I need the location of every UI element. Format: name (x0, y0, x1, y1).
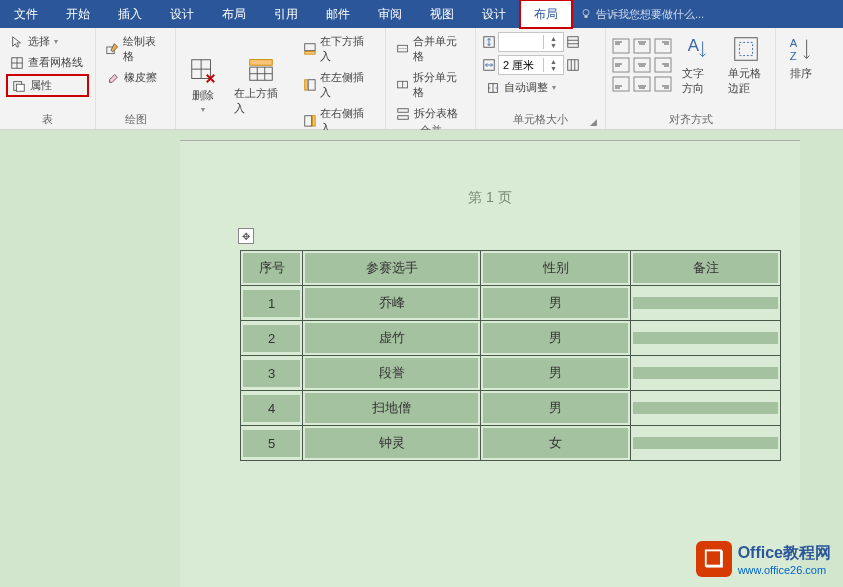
svg-rect-62 (655, 77, 671, 91)
table-move-handle-icon[interactable]: ✥ (238, 228, 254, 244)
align-top-left-icon[interactable] (612, 38, 630, 54)
merge-cells-button[interactable]: 合并单元格 (392, 32, 469, 66)
insert-above-button[interactable]: 在上方插入 (228, 32, 295, 138)
cell-margins-icon (731, 34, 761, 64)
document-table[interactable]: 序号 参赛选手 性别 备注 1乔峰男 2虚竹男 3段誉男 4扫地僧男 5钟灵女 (240, 250, 781, 461)
svg-rect-29 (568, 37, 579, 48)
distribute-cols-icon[interactable] (566, 58, 580, 72)
group-draw: 绘制表格 橡皮擦 绘图 (96, 28, 176, 129)
svg-rect-15 (250, 60, 273, 66)
insert-left-button[interactable]: 在左侧插入 (299, 68, 379, 102)
menu-design[interactable]: 设计 (156, 0, 208, 28)
svg-rect-47 (613, 58, 629, 72)
page-number-label: 第 1 页 (180, 141, 800, 237)
delete-table-icon (188, 56, 218, 86)
svg-text:A: A (790, 37, 798, 49)
menu-references[interactable]: 引用 (260, 0, 312, 28)
properties-button[interactable]: 属性 (6, 74, 89, 97)
align-bot-center-icon[interactable] (633, 76, 651, 92)
autofit-icon (486, 81, 500, 95)
svg-rect-27 (398, 115, 409, 119)
align-mid-right-icon[interactable] (654, 57, 672, 73)
dropdown-icon: ▾ (552, 83, 556, 92)
watermark-url: www.office26.com (738, 564, 831, 576)
menu-view[interactable]: 视图 (416, 0, 468, 28)
table-row: 4扫地僧男 (241, 391, 781, 426)
insert-right-icon (303, 114, 317, 128)
align-top-right-icon[interactable] (654, 38, 672, 54)
cursor-icon (10, 35, 24, 49)
row-height-input[interactable]: ▲▼ (498, 32, 564, 52)
group-label-alignment: 对齐方式 (612, 112, 769, 129)
svg-text:A: A (688, 36, 700, 55)
menu-bar: 文件 开始 插入 设计 布局 引用 邮件 审阅 视图 设计 布局 告诉我您想要做… (0, 0, 843, 28)
group-alignment: A 文字方向 单元格边距 对齐方式 (606, 28, 776, 129)
dialog-launcher-icon[interactable]: ◢ (590, 117, 597, 127)
watermark-title: Office教程网 (738, 543, 831, 564)
autofit-button[interactable]: 自动调整 ▾ (482, 78, 599, 97)
group-label-table: 表 (6, 112, 89, 129)
cell-margins-button[interactable]: 单元格边距 (722, 32, 769, 98)
select-button[interactable]: 选择 ▾ (6, 32, 89, 51)
split-table-button[interactable]: 拆分表格 (392, 104, 469, 123)
lightbulb-icon (580, 8, 592, 20)
tell-me-prompt[interactable]: 告诉我您想要做什么... (580, 7, 704, 22)
align-bot-left-icon[interactable] (612, 76, 630, 92)
insert-below-icon (303, 42, 317, 56)
svg-rect-19 (304, 80, 307, 90)
menu-table-design[interactable]: 设计 (468, 0, 520, 28)
menu-insert[interactable]: 插入 (104, 0, 156, 28)
svg-rect-50 (634, 58, 650, 72)
svg-rect-21 (312, 116, 315, 126)
col-header[interactable]: 参赛选手 (305, 253, 478, 283)
distribute-rows-icon[interactable] (566, 35, 580, 49)
pencil-table-icon (106, 42, 119, 56)
ribbon: 选择 ▾ 查看网格线 属性 表 绘制表格 橡皮擦 绘图 (0, 28, 843, 130)
align-bot-right-icon[interactable] (654, 76, 672, 92)
align-top-center-icon[interactable] (633, 38, 651, 54)
svg-rect-44 (655, 39, 671, 53)
insert-below-button[interactable]: 在下方插入 (299, 32, 379, 66)
col-header[interactable]: 性别 (483, 253, 628, 283)
menu-layout[interactable]: 布局 (208, 0, 260, 28)
eraser-button[interactable]: 橡皮擦 (102, 68, 169, 87)
draw-table-button[interactable]: 绘制表格 (102, 32, 169, 66)
table-row: 3段誉男 (241, 356, 781, 391)
spin-down-icon[interactable]: ▼ (546, 42, 561, 49)
spin-up-icon[interactable]: ▲ (546, 35, 561, 42)
menu-mailings[interactable]: 邮件 (312, 0, 364, 28)
svg-rect-53 (655, 58, 671, 72)
group-label-cellsize: 单元格大小 ◢ (482, 112, 599, 129)
delete-button[interactable]: 删除 ▾ (182, 32, 224, 138)
menu-review[interactable]: 审阅 (364, 0, 416, 28)
group-table: 选择 ▾ 查看网格线 属性 表 (0, 28, 96, 129)
align-mid-center-icon[interactable] (633, 57, 651, 73)
svg-point-0 (583, 10, 589, 16)
svg-rect-56 (613, 77, 629, 91)
col-width-input[interactable]: 2 厘米 ▲▼ (498, 55, 564, 75)
menu-file[interactable]: 文件 (0, 0, 52, 28)
menu-home[interactable]: 开始 (52, 0, 104, 28)
sort-icon: AZ (786, 34, 816, 64)
col-width-icon (482, 58, 496, 72)
view-gridlines-button[interactable]: 查看网格线 (6, 53, 89, 72)
office-logo-icon: ❑ (696, 541, 732, 577)
text-direction-icon: A (682, 34, 712, 64)
col-header[interactable]: 备注 (633, 253, 778, 283)
text-direction-button[interactable]: A 文字方向 (676, 32, 718, 98)
split-cells-button[interactable]: 拆分单元格 (392, 68, 469, 102)
insert-above-icon (246, 54, 276, 84)
menu-table-layout[interactable]: 布局 (520, 0, 572, 28)
eraser-icon (106, 71, 120, 85)
col-header[interactable]: 序号 (243, 253, 300, 283)
svg-rect-66 (734, 38, 757, 61)
group-label-draw: 绘图 (102, 112, 169, 129)
spin-down-icon[interactable]: ▼ (546, 65, 561, 72)
svg-rect-6 (16, 84, 24, 91)
merge-cells-icon (396, 42, 409, 56)
align-mid-left-icon[interactable] (612, 57, 630, 73)
svg-rect-16 (304, 44, 314, 51)
sort-button[interactable]: AZ 排序 (782, 32, 820, 83)
svg-rect-67 (739, 42, 752, 55)
spin-up-icon[interactable]: ▲ (546, 58, 561, 65)
